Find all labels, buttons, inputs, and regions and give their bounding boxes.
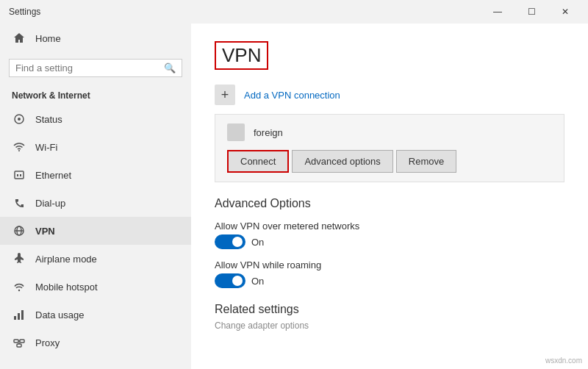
sidebar-item-vpn[interactable]: VPN [0, 217, 191, 245]
svg-point-1 [18, 118, 21, 121]
datausage-label: Data usage [35, 309, 85, 320]
ethernet-icon [12, 168, 26, 182]
toggle-roaming-row: Allow VPN while roaming On [215, 259, 564, 288]
advanced-options-heading: Advanced Options [215, 197, 564, 210]
ethernet-label: Ethernet [35, 170, 71, 181]
svg-rect-3 [15, 171, 24, 179]
sidebar-item-dialup[interactable]: Dial-up [0, 189, 191, 217]
toggle-metered-control: On [215, 234, 564, 249]
svg-rect-11 [18, 313, 20, 320]
svg-point-9 [18, 290, 20, 291]
maximize-button[interactable]: ☐ [514, 0, 548, 24]
related-settings-heading: Related settings [215, 303, 564, 316]
toggle-metered-state: On [251, 237, 264, 248]
status-icon [12, 112, 26, 126]
page-title: VPN [222, 44, 261, 67]
remove-button[interactable]: Remove [396, 150, 456, 173]
hotspot-icon [12, 279, 26, 294]
home-icon [12, 31, 26, 46]
titlebar: Settings — ☐ ✕ [0, 0, 588, 24]
sidebar-item-status[interactable]: Status [0, 105, 191, 133]
airplane-label: Airplane mode [35, 254, 97, 265]
sidebar-item-airplane[interactable]: Airplane mode [0, 245, 191, 273]
toggle-roaming-control: On [215, 273, 564, 288]
svg-rect-13 [14, 340, 18, 343]
advanced-options-button[interactable]: Advanced options [292, 150, 392, 173]
dialup-label: Dial-up [35, 198, 65, 209]
sidebar: Home 🔍 Network & Internet Status [0, 24, 191, 369]
vpn-connection-indicator [227, 123, 245, 141]
vpn-buttons: Connect Advanced options Remove [227, 150, 552, 173]
wifi-label: Wi-Fi [35, 142, 57, 153]
add-vpn-icon: + [215, 85, 235, 105]
add-vpn-label: Add a VPN connection [244, 90, 340, 101]
proxy-label: Proxy [35, 337, 60, 348]
sidebar-item-hotspot[interactable]: Mobile hotspot [0, 273, 191, 301]
search-icon: 🔍 [164, 62, 176, 74]
add-vpn-row[interactable]: + Add a VPN connection [215, 85, 564, 105]
sidebar-item-home[interactable]: Home [0, 24, 191, 53]
dialup-icon [12, 196, 26, 210]
sidebar-item-proxy[interactable]: Proxy [0, 329, 191, 357]
toggle-metered-row: Allow VPN over metered networks On [215, 221, 564, 249]
home-label: Home [35, 33, 61, 44]
toggle-roaming-state: On [251, 276, 264, 287]
vpn-label: VPN [35, 226, 55, 237]
svg-rect-4 [17, 174, 18, 176]
titlebar-title: Settings [9, 7, 40, 17]
minimize-button[interactable]: — [481, 0, 514, 24]
toggle-roaming-label: Allow VPN while roaming [215, 259, 564, 271]
hotspot-label: Mobile hotspot [35, 282, 98, 293]
content-area: Home 🔍 Network & Internet Status [0, 24, 588, 369]
sidebar-item-wifi[interactable]: Wi-Fi [0, 133, 191, 161]
status-label: Status [35, 114, 62, 125]
svg-rect-5 [20, 174, 21, 176]
sidebar-item-datausage[interactable]: Data usage [0, 301, 191, 329]
toggle-metered[interactable] [215, 234, 245, 249]
toggle-roaming[interactable] [215, 273, 245, 288]
toggle-metered-label: Allow VPN over metered networks [215, 221, 564, 232]
svg-rect-12 [21, 310, 24, 320]
sidebar-section-title: Network & Internet [0, 86, 191, 105]
vpn-connection-name: foreign [254, 127, 283, 138]
vpn-connection-top: foreign [227, 123, 552, 141]
related-settings-link[interactable]: Change adapter options [215, 320, 564, 331]
close-button[interactable]: ✕ [548, 0, 582, 24]
svg-point-2 [18, 150, 20, 151]
vpn-connection-card: foreign Connect Advanced options Remove [215, 114, 564, 182]
proxy-icon [12, 335, 26, 350]
sidebar-item-ethernet[interactable]: Ethernet [0, 161, 191, 189]
connect-button[interactable]: Connect [227, 150, 289, 173]
svg-rect-14 [20, 340, 24, 343]
main-content: VPN + Add a VPN connection foreign Conne… [191, 24, 588, 369]
vpn-icon [12, 223, 26, 238]
titlebar-controls: — ☐ ✕ [481, 0, 582, 24]
sidebar-search-container: 🔍 [9, 59, 182, 77]
svg-rect-10 [14, 316, 16, 320]
airplane-icon [12, 251, 26, 266]
settings-window: Settings — ☐ ✕ Home 🔍 [0, 0, 588, 369]
page-title-box: VPN [215, 41, 268, 70]
datausage-icon [12, 307, 26, 322]
wifi-icon [12, 140, 26, 154]
search-input[interactable] [15, 62, 164, 74]
watermark: wsxdn.com [545, 357, 582, 365]
svg-rect-15 [17, 344, 21, 347]
